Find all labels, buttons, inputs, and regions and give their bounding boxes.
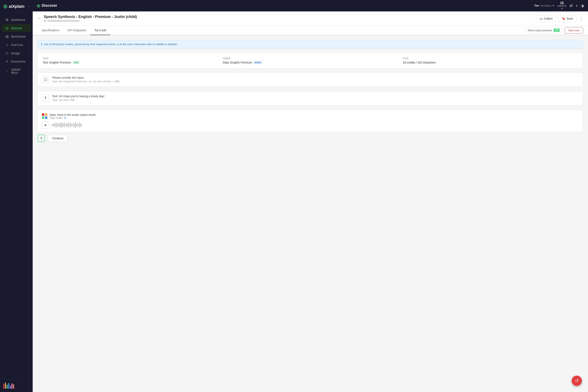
start-over-button[interactable]: Start over <box>565 27 583 34</box>
input-tag: TEXT <box>72 61 80 64</box>
continue-button[interactable]: Continue <box>48 134 68 142</box>
wave-bar <box>79 122 80 128</box>
io-grid: Input: Text: English Premium TEXT Output… <box>43 57 578 64</box>
wave-bar <box>55 124 55 126</box>
text-input-value: Text: Hi! Hope you're having a lovely da… <box>52 94 104 98</box>
topbar-right: Tim Tim Nelson ▾ 15 CREDITS ▾ ⇄ ▾ ◑ <box>534 1 584 10</box>
tab-specifications[interactable]: Specifications <box>37 26 63 35</box>
continue-area: T Continue <box>37 134 583 142</box>
credits-chevron-icon: ▾ <box>561 7 563 10</box>
wave-bar <box>61 122 61 128</box>
credits-label: CREDITS <box>557 5 566 7</box>
wave-bar <box>77 123 78 127</box>
main-area: ◎ Discover Tim Tim Nelson ▾ 15 CREDITS ▾… <box>33 0 588 392</box>
waveform-visualization <box>52 121 82 129</box>
topbar-discover-icon: ◎ <box>37 4 40 8</box>
text-input-item: T Text: Hi! Hope you're having a lovely … <box>37 91 583 106</box>
svg-rect-1 <box>46 78 47 80</box>
sidebar-collapse-button[interactable]: ‹ <box>28 5 29 8</box>
save-label: Save <box>567 17 573 20</box>
upload-icon: ↑ <box>5 69 9 73</box>
fab-refresh-button[interactable]: ↺ <box>572 376 582 386</box>
cost-label: Cost: <box>403 57 578 60</box>
benchmark-icon: ▤ <box>5 34 9 38</box>
user-menu[interactable]: Tim Tim Nelson ▾ <box>534 4 554 7</box>
sidebar-item-label: Documents <box>11 60 25 63</box>
io-card: Input: Text: English Premium TEXT Output… <box>37 52 583 68</box>
output-label: Output: <box>223 57 398 60</box>
content-area: ← Speech Synthesis - English - Premium -… <box>33 12 588 392</box>
play-button[interactable]: ▶ <box>42 121 49 129</box>
save-button[interactable]: 🔖 Save <box>558 15 577 22</box>
input-placeholder-item[interactable]: Please provide text input. Type: Text Su… <box>37 72 583 87</box>
wave-bar <box>62 123 62 127</box>
sidebar-nav: ⊞ Dashboard ◎ Discover ▤ Benchmark ⊹ Fin… <box>0 13 33 379</box>
sidebar: ◎ aiXplain ‹ ⊞ Dashboard ◎ Discover ▤ Be… <box>0 0 33 392</box>
show-previews-label: Show input previews <box>528 29 552 32</box>
sidebar-item-upload[interactable]: ↑ Upload file(s) <box>2 66 31 76</box>
wave-bar <box>73 123 74 127</box>
page-header-left: ← Speech Synthesis - English - Premium -… <box>37 15 137 22</box>
output-grid-icon <box>42 113 47 119</box>
sidebar-item-discover[interactable]: ◎ Discover <box>2 24 31 32</box>
cost-value: 16 credits / 1M characters <box>403 61 578 64</box>
theme-toggle-icon[interactable]: ◑ <box>581 4 584 8</box>
divider-2 <box>37 108 583 108</box>
divider-1 <box>37 89 583 90</box>
sidebar-item-dashboard[interactable]: ⊞ Dashboard <box>2 16 31 24</box>
wave-bar <box>80 123 81 127</box>
topbar: ◎ Discover Tim Tim Nelson ▾ 15 CREDITS ▾… <box>33 0 588 12</box>
wave-bar <box>66 123 66 127</box>
show-previews-toggle[interactable]: Show input previews ON <box>525 27 562 33</box>
user-fullname: Tim Nelson <box>540 4 552 7</box>
wave-bar <box>78 124 79 126</box>
barcode-decoration <box>3 382 29 389</box>
sidebar-item-design[interactable]: ⬡ Design <box>2 49 31 57</box>
previews-state-badge: ON <box>554 28 560 32</box>
sidebar-logo: ◎ aiXplain ‹ <box>0 0 33 13</box>
documents-icon: ≡ <box>5 60 9 63</box>
placeholder-main-text: Please provide text input. <box>52 76 119 79</box>
wave-bar <box>54 123 54 127</box>
collect-icon: 🗂 <box>540 17 543 20</box>
sidebar-item-benchmark[interactable]: ▤ Benchmark <box>2 32 31 40</box>
wave-bar <box>72 124 73 126</box>
tab-try-it-out[interactable]: Try it out! <box>90 26 110 35</box>
translate-icon[interactable]: ⇄ <box>570 4 573 8</box>
input-placeholder-icon <box>42 76 49 83</box>
tab-api-integration[interactable]: API integration <box>63 26 90 35</box>
back-button[interactable]: ← <box>37 16 41 21</box>
info-text: Use of third-party models, governed by t… <box>44 43 178 46</box>
topbar-title: ◎ Discover <box>37 4 531 8</box>
plus-icon[interactable]: ⊕ <box>64 116 66 119</box>
wave-bar <box>76 124 77 126</box>
page-id: ID: 618ba6ede2e1a9153ca2a3cc <box>44 20 137 22</box>
output-result-item: Data: Here is the audio output result. T… <box>37 110 583 132</box>
sidebar-item-documents[interactable]: ≡ Documents <box>2 58 31 65</box>
svg-rect-0 <box>44 78 45 80</box>
wave-bar <box>58 124 58 126</box>
sidebar-item-label: FineTune <box>11 43 23 46</box>
wave-bar <box>56 122 56 128</box>
collect-button[interactable]: 🗂 Collect <box>536 15 556 22</box>
output-type: Type: Audio ⊕ <box>50 116 96 119</box>
output-value: Data: English Premium AUDIO <box>223 61 398 64</box>
input-section: Input: Text: English Premium TEXT <box>43 57 218 64</box>
design-icon: ⬡ <box>5 51 9 55</box>
sidebar-item-finetune[interactable]: ⊹ FineTune <box>2 41 31 49</box>
sidebar-item-label: Dashboard <box>11 18 25 22</box>
collect-label: Collect <box>544 17 553 20</box>
page-title-area: Speech Synthesis - English - Premium - J… <box>44 15 137 22</box>
dashboard-icon: ⊞ <box>5 18 9 22</box>
chevron-translate: ▾ <box>576 4 578 7</box>
input-value: Text: English Premium TEXT <box>43 61 218 64</box>
cost-section: Cost: 16 credits / 1M characters <box>403 57 578 64</box>
more-options-button[interactable]: ⋮ <box>579 16 583 21</box>
credits-value: 15 <box>560 1 564 5</box>
sidebar-item-label: Benchmark <box>11 35 25 38</box>
credits-display[interactable]: 15 CREDITS ▾ <box>557 1 566 10</box>
placeholder-sub-text: Type: Text Supported: Plain text, .srt, … <box>52 80 119 83</box>
wave-bar <box>68 122 69 128</box>
info-icon: ℹ <box>41 43 42 46</box>
user-chevron-icon: ▾ <box>553 4 554 7</box>
